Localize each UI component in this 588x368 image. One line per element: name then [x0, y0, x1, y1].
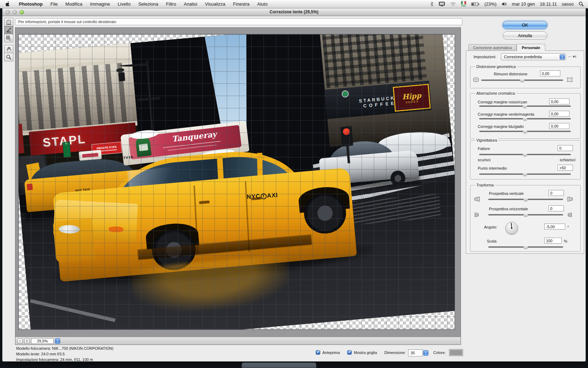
vignette-amount-slider[interactable] — [479, 152, 571, 157]
spotlight-icon[interactable] — [579, 1, 584, 7]
title-bar[interactable]: Correzione lente (29,5%) — [2, 8, 586, 16]
menu-aiuto[interactable]: Aiuto — [253, 0, 272, 8]
angle-dial[interactable] — [505, 222, 518, 234]
battery-percent: (23%) — [484, 1, 497, 7]
ca-red-cyan-slider-thumb[interactable] — [523, 104, 527, 108]
ca-red-cyan-slider[interactable] — [479, 104, 571, 109]
vignette-midpoint-field[interactable] — [558, 165, 573, 171]
group-chromatic-aberration-title: Aberrazione cromatica — [475, 91, 516, 95]
hipp-shoes-sign: Hipp SHOES — [393, 84, 431, 111]
ok-button[interactable]: OK — [503, 21, 547, 29]
horizontal-perspective-slider-thumb[interactable] — [524, 213, 528, 217]
tanqueray-text: Tanqueray — [153, 127, 236, 145]
volume-icon[interactable] — [502, 2, 507, 6]
subway-sign: M — [62, 142, 71, 157]
horizontal-perspective-slider[interactable] — [488, 212, 563, 217]
settings-dropdown-arrows — [560, 54, 565, 60]
zoom-stepper[interactable] — [55, 338, 60, 344]
barrel-distortion-icon — [473, 77, 479, 84]
preview-checkbox[interactable] — [316, 350, 320, 355]
scale-slider-thumb[interactable] — [524, 245, 528, 249]
ca-blue-yellow-slider[interactable] — [479, 129, 571, 134]
bluetooth-icon[interactable] — [430, 1, 434, 7]
group-geometric-distortion — [470, 67, 581, 88]
remove-distortion-label: Rimuovi distorsione — [494, 72, 527, 76]
ca-green-magenta-field[interactable] — [549, 111, 569, 117]
zoom-out-button[interactable]: − — [17, 339, 23, 343]
remove-distortion-tool[interactable] — [4, 18, 13, 26]
input-language-flag-icon[interactable]: PRO — [461, 1, 466, 7]
menu-photoshop[interactable]: Photoshop — [15, 0, 47, 8]
vertical-perspective-left-icon — [474, 196, 481, 203]
apple-icon — [5, 1, 10, 7]
grid-size-label: Dimensione: — [384, 350, 406, 355]
menu-analisi[interactable]: Analisi — [180, 0, 201, 8]
ca-green-magenta-slider-thumb[interactable] — [523, 117, 527, 121]
vignette-midpoint-slider-thumb[interactable] — [523, 172, 527, 176]
settings-dropdown[interactable]: Correzione predefinita — [501, 53, 566, 60]
remove-distortion-slider[interactable] — [481, 78, 563, 83]
battery-icon[interactable] — [471, 2, 479, 6]
menubar-clock[interactable]: 18.11.11 — [540, 1, 557, 7]
vignette-darken-label: scurisci — [478, 158, 491, 162]
hand-tool[interactable] — [4, 45, 13, 53]
grid-size-stepper[interactable] — [423, 350, 428, 356]
remove-distortion-slider-thumb[interactable] — [520, 78, 525, 82]
vignette-amount-label: Fattore — [478, 146, 490, 151]
scale-unit: % — [564, 239, 567, 243]
angle-field[interactable] — [544, 224, 565, 230]
pincushion-distortion-icon — [567, 77, 573, 84]
ca-green-magenta-slider[interactable] — [479, 116, 571, 121]
tool-column — [4, 18, 13, 61]
menu-livello[interactable]: Livello — [114, 0, 134, 8]
tab-auto-correction[interactable]: Correzione automatica — [468, 44, 517, 51]
horizontal-perspective-field[interactable] — [548, 205, 564, 211]
scale-label: Scala — [487, 239, 497, 243]
ca-blue-yellow-slider-thumb[interactable] — [523, 129, 527, 134]
window-title: Correzione lente (29,5%) — [2, 9, 586, 14]
zoom-in-button[interactable]: + — [24, 339, 30, 343]
zoom-tool[interactable] — [4, 53, 13, 61]
menu-file[interactable]: File — [47, 0, 62, 8]
vignette-midpoint-slider[interactable] — [479, 172, 571, 177]
grid-size-field[interactable]: 35 — [408, 349, 423, 356]
menu-seleziona[interactable]: Seleziona — [134, 0, 162, 8]
scale-slider[interactable] — [488, 245, 563, 250]
move-grid-tool[interactable] — [4, 34, 13, 42]
preset-remove-icon[interactable]: − — [568, 54, 570, 59]
vertical-perspective-field[interactable] — [548, 190, 564, 196]
menu-filtro[interactable]: Filtro — [162, 0, 180, 8]
preset-menu-icon[interactable]: ▾≡ — [573, 54, 576, 59]
vignette-amount-slider-thumb[interactable] — [523, 152, 527, 157]
menubar-user[interactable]: sasso — [562, 1, 574, 7]
show-grid-checkbox[interactable] — [347, 350, 352, 355]
move-grid-icon — [6, 35, 12, 41]
vertical-perspective-slider[interactable] — [488, 197, 563, 202]
scale-field[interactable] — [544, 238, 562, 244]
tab-custom[interactable]: Personale — [517, 44, 545, 51]
group-transform-title: Trasforma — [475, 183, 495, 187]
menubar-date[interactable]: mar 10 gen — [512, 1, 535, 7]
menu-immagine[interactable]: Immagine — [86, 0, 114, 8]
cancel-button[interactable]: Annulla — [503, 32, 547, 40]
zoom-level-field[interactable]: 29,5% — [31, 338, 54, 344]
info-bar: Per informazioni, portate il mouse sul c… — [15, 18, 462, 25]
menu-finestra[interactable]: Finestra — [229, 0, 253, 8]
preview-area[interactable]: STARBUCKS COFFEE Hipp SHOES STAPL M PRIV… — [15, 27, 461, 345]
vertical-perspective-slider-thumb[interactable] — [524, 197, 528, 202]
menu-visualizza[interactable]: Visualizza — [201, 0, 229, 8]
menu-modifica[interactable]: Modifica — [62, 0, 86, 8]
remove-distortion-field[interactable] — [540, 70, 560, 76]
display-icon[interactable] — [439, 1, 445, 7]
grid-color-swatch[interactable] — [449, 349, 463, 356]
ca-blue-yellow-label: Correggi margine blu/giallo — [478, 124, 524, 129]
straighten-tool[interactable] — [4, 26, 13, 34]
vignette-amount-field[interactable] — [558, 145, 573, 151]
apple-menu[interactable] — [0, 1, 15, 7]
ca-blue-yellow-field[interactable] — [549, 123, 569, 129]
wifi-icon[interactable] — [450, 2, 456, 6]
document-canvas[interactable]: STARBUCKS COFFEE Hipp SHOES STAPL M PRIV… — [18, 34, 455, 330]
dock-peek[interactable] — [241, 362, 316, 368]
menu-bar: Photoshop File Modifica Immagine Livello… — [0, 0, 588, 8]
zoom-icon — [6, 54, 12, 60]
